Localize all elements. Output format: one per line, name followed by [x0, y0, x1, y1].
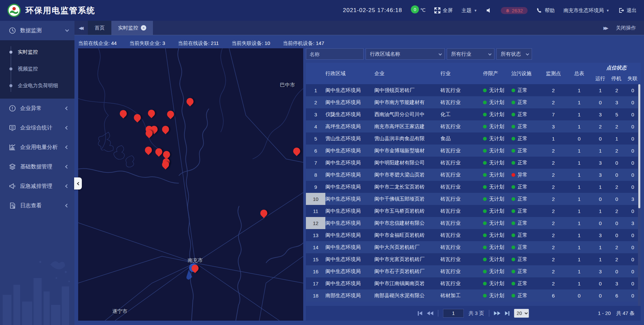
cell-facility-status: 正常 — [512, 145, 540, 157]
page-size-select[interactable]: 20 — [514, 309, 529, 318]
chevron-left-icon — [65, 145, 69, 149]
org-dropdown[interactable]: 南充市生态环境局 ▼ — [564, 7, 609, 14]
help-button[interactable]: 帮助 — [536, 7, 555, 14]
map-panel[interactable]: 巴中市南充市遂宁市 — [78, 48, 303, 321]
total-count-label: 共 47 条 — [616, 310, 635, 317]
close-operations-button[interactable]: 关闭操作 — [616, 25, 636, 31]
cell-facility-status: 正常 — [512, 96, 540, 108]
table-row[interactable]: 5营山生态环境局营山县润丰肉食品有限食品无计划正常10010 — [306, 132, 641, 145]
col-stop: 停机 — [608, 73, 625, 84]
prev-page-button[interactable] — [427, 311, 433, 315]
cell-company: 南部县砌兴水泥有限公 — [374, 289, 440, 302]
page-number-input[interactable] — [443, 309, 464, 318]
table-row[interactable]: 2阆中生态环境局阆中市南方节能建材有砖瓦行业无计划正常21030 — [306, 96, 641, 108]
sidebar-item-1[interactable]: 企业异常 — [0, 99, 74, 118]
app-window: 环保用电监管系统 2021-02-25 17:46:18 0 ℃ 全屏 主题 ▼… — [0, 0, 644, 325]
theme-dropdown[interactable]: 主题 ▼ — [462, 7, 477, 14]
cell-limit-status: 无计划 — [483, 217, 512, 229]
table-row[interactable]: 18南部生态环境局南部县砌兴水泥有限公砖材加工无计划正常60060 — [306, 289, 641, 302]
table-row[interactable]: 10阆中生态环境局阆中千佛镇五郎垭页岩砖瓦行业无计划正常21003 — [306, 193, 641, 205]
table-row[interactable]: 9阆中生态环境局阆中市二龙长宝页岩砖砖瓦行业无计划正常21120 — [306, 181, 641, 193]
tab-home[interactable]: 首页 — [88, 21, 111, 35]
status-dot-green-icon — [512, 221, 515, 225]
sidebar-item-5[interactable]: 应急减排管理 — [0, 176, 74, 196]
chevron-left-icon — [65, 204, 69, 207]
cell-facility-status: 正常 — [512, 84, 540, 96]
sidebar-subitem[interactable]: 视频监控 — [0, 60, 74, 77]
status-dot-green-icon — [512, 209, 515, 213]
cell-region: 阆中生态环境局 — [325, 217, 374, 229]
cell-index: 1 — [306, 84, 325, 96]
name-filter-input[interactable] — [306, 48, 364, 60]
table-row[interactable]: 6阆中生态环境局阆中市金博瑞新型墙材砖瓦行业无计划正常21120 — [306, 145, 641, 157]
sidebar-item-6[interactable]: 日志查看 — [0, 196, 74, 215]
col-region: 行政区域 — [325, 63, 374, 84]
layers-icon — [9, 163, 16, 170]
sidebar-subitem[interactable]: 企业电力负荷明细 — [0, 77, 74, 94]
table-row[interactable]: 8阆中生态环境局阆中市枣碧大梁山页岩砖瓦行业无计划异常21300 — [306, 169, 641, 181]
cell-index: 16 — [306, 265, 325, 277]
range-label: 1 - 20 — [598, 310, 611, 317]
tab-close-icon[interactable]: × — [141, 25, 146, 31]
cell-meters: 1 — [566, 84, 592, 96]
cell-stop: 2 — [608, 253, 625, 265]
table-row[interactable]: 13阆中生态环境局阆中市金福旺页岩机砖砖瓦行业无计划正常21300 — [306, 229, 641, 241]
table-row[interactable]: 14阆中生态环境局阆中大兴页岩机砖厂砖瓦行业无计划正常21120 — [306, 241, 641, 253]
table-row[interactable]: 4高坪生态环境局南充市高坪区王家店建砖瓦行业无计划正常31220 — [306, 120, 641, 132]
cell-meters: 1 — [566, 205, 592, 217]
sidebar-item-2[interactable]: 企业综合统计 — [0, 118, 74, 138]
tabs-scroll-right-button[interactable]: ▶▶ — [603, 25, 608, 31]
industry-filter-value: 所有行业 — [451, 51, 471, 57]
sidebar-submenu: 实时监控视频监控企业电力负荷明细 — [0, 40, 74, 99]
sidebar-item-3[interactable]: 企业用电量分析 — [0, 138, 74, 157]
region-filter-select[interactable]: 行政区域名称 — [366, 48, 445, 60]
cell-index: 17 — [306, 277, 325, 289]
mute-button[interactable] — [486, 7, 492, 13]
table-row[interactable]: 16阆中生态环境局阆中市石子页岩机砖厂砖瓦行业无计划正常21300 — [306, 265, 641, 277]
table-scrollbar[interactable] — [638, 84, 641, 306]
status-filter-select[interactable]: 所有状态 — [496, 48, 532, 60]
table-row[interactable]: 12阆中生态环境局阆中市忠信建材有限公砖瓦行业无计划正常21003 — [306, 217, 641, 229]
cell-run: 3 — [592, 157, 608, 169]
cell-stop: 5 — [608, 108, 625, 120]
tab-realtime-monitor[interactable]: 实时监控 × — [111, 21, 153, 35]
logout-button[interactable]: 退出 — [618, 7, 637, 14]
next-page-button[interactable] — [494, 311, 500, 315]
table-row[interactable]: 7阆中生态环境局阆中明阳建材有限公司砖瓦行业无计划正常21300 — [306, 157, 641, 169]
sidebar-item-0[interactable]: 数据监测 — [0, 21, 74, 40]
sidebar-item-4[interactable]: 基础数据管理 — [0, 157, 74, 176]
cell-stop: 0 — [608, 217, 625, 229]
last-page-button[interactable] — [505, 311, 509, 316]
cell-stop: 0 — [608, 193, 625, 205]
sidebar-collapse-toggle[interactable] — [74, 177, 82, 189]
phone-icon — [536, 7, 542, 13]
status-dot-green-icon — [483, 161, 487, 165]
table-row[interactable]: 15阆中生态环境局阆中市光富页岩机砖厂砖瓦行业无计划正常21120 — [306, 253, 641, 265]
sidebar-subitem[interactable]: 实时监控 — [0, 44, 74, 60]
col-points: 监测点 — [540, 63, 566, 84]
table-row[interactable]: 11阆中生态环境局阆中市五马桥页岩机砖砖瓦行业无计划正常21120 — [306, 205, 641, 217]
cell-limit-status: 无计划 — [483, 181, 512, 193]
cell-facility-status: 正常 — [512, 205, 540, 217]
cell-points: 2 — [540, 241, 566, 253]
table-row[interactable]: 1阆中生态环境局阆中强锐页岩砖厂砖瓦行业无计划正常21120 — [306, 84, 641, 96]
cell-stop: 3 — [608, 96, 625, 108]
tabs-scroll-left-button[interactable]: ◀◀ — [74, 21, 88, 35]
table-row[interactable]: 17阆中生态环境局阆中市江南镇阆南页岩砖瓦行业无计划正常21030 — [306, 277, 641, 289]
sidebar: 数据监测实时监控视频监控企业电力负荷明细企业异常企业综合统计企业用电量分析基础数… — [0, 21, 74, 325]
cell-meters: 1 — [566, 169, 592, 181]
fullscreen-button[interactable]: 全屏 — [434, 7, 453, 14]
cell-points: 7 — [540, 108, 566, 120]
stat-label: 当前在线企业: — [78, 40, 110, 46]
stat-label: 当前失联企业: — [129, 40, 161, 46]
table-row[interactable]: 3仪陇生态环境局西南油气田分公司川中化工无计划正常71350 — [306, 108, 641, 120]
top-header-bar: 环保用电监管系统 2021-02-25 17:46:18 0 ℃ 全屏 主题 ▼… — [0, 0, 644, 21]
table-body: 1阆中生态环境局阆中强锐页岩砖厂砖瓦行业无计划正常211202阆中生态环境局阆中… — [306, 84, 641, 306]
sidebar-item-label: 基础数据管理 — [20, 163, 66, 170]
notification-badge[interactable]: 2632 — [501, 7, 528, 14]
chevron-down-icon — [439, 52, 442, 56]
industry-filter-select[interactable]: 所有行业 — [447, 48, 494, 60]
stat-value: 3 — [162, 40, 165, 46]
cell-run: 1 — [592, 181, 608, 193]
first-page-button[interactable] — [418, 311, 422, 316]
